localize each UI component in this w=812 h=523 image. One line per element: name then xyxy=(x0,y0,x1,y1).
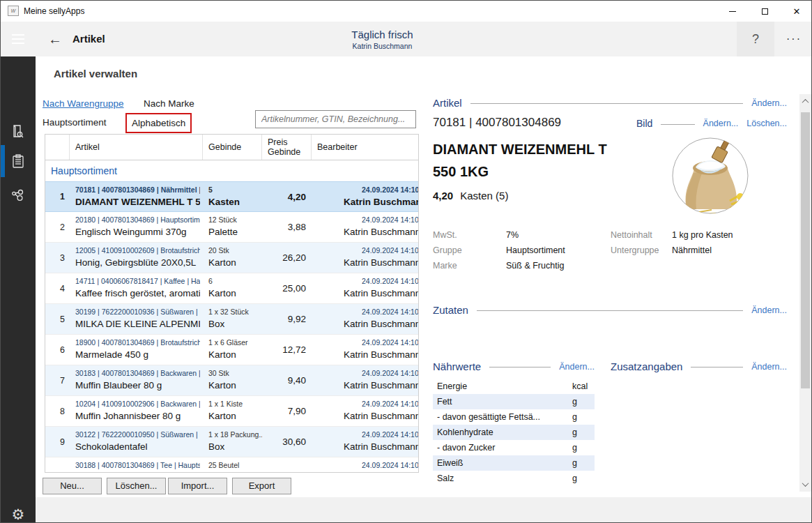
sidebar-item-share[interactable] xyxy=(1,179,36,211)
scrollbar-thumb[interactable] xyxy=(801,112,810,388)
table-row[interactable]: 6 18900 | 4007801304869 | Brotaufstrich … xyxy=(45,335,418,365)
table-row[interactable]: 7 30183 | 4007801304869 | Backwaren | Ha… xyxy=(45,365,418,396)
article-table: Artikel Gebinde PreisGebinde Bearbeiter … xyxy=(45,134,419,473)
col-num[interactable] xyxy=(45,135,70,160)
artikel-aendern-link[interactable]: Ändern... xyxy=(751,98,787,108)
nutrition-row: Kohlenhydrateg xyxy=(433,425,595,440)
flour-sack-image xyxy=(671,137,749,215)
logged-in-user: Katrin Buschmann xyxy=(353,42,413,50)
col-gebinde[interactable]: Gebinde xyxy=(203,135,262,160)
tab-nach-warengruppe[interactable]: Nach Warengruppe xyxy=(43,98,124,109)
table-row[interactable]: 8 10204 | 4100910002906 | Backwaren | Ha… xyxy=(45,396,418,427)
table-row[interactable]: 4 14711 | 04006067818417 | Kaffee | Haup… xyxy=(45,273,418,304)
col-preis-gebinde[interactable]: PreisGebinde xyxy=(262,135,312,160)
page-title: Artikel verwalten xyxy=(54,68,137,79)
help-button[interactable]: ? xyxy=(737,22,774,56)
article-number: 70181 | 4007801304869 xyxy=(433,116,561,130)
table-row[interactable]: 5 30199 | 7622200010936 | Süßwaren | Hau… xyxy=(45,304,418,335)
scroll-up-button[interactable] xyxy=(799,96,811,107)
article-meta: 70181 | 4007801304869 | Nährmittel | Hau… xyxy=(75,185,200,194)
scroll-down-button[interactable] xyxy=(799,478,811,490)
col-artikel[interactable]: Artikel xyxy=(70,135,203,160)
nutrition-row: - davon gesättigte Fettsä...g xyxy=(433,409,595,425)
zusatzangaben-label: Zusatzangaben xyxy=(611,361,682,372)
section-naehrwerte: Nährwerte Ändern... xyxy=(433,361,595,372)
field-label: Gruppe xyxy=(433,245,506,255)
business-name: Täglich frisch xyxy=(351,29,413,40)
zutaten-aendern-link[interactable]: Ändern... xyxy=(751,305,787,315)
tab-alphabetisch[interactable]: Alphabetisch xyxy=(132,118,185,128)
naehrwerte-label: Nährwerte xyxy=(433,361,481,372)
delete-button[interactable]: Löschen... xyxy=(107,478,166,494)
minimize-button[interactable] xyxy=(717,1,749,22)
hamburger-menu-button[interactable] xyxy=(1,22,36,56)
clipboard-icon xyxy=(10,153,26,169)
tab-hauptsortiment[interactable]: Hauptsortiment xyxy=(43,117,107,128)
account-info: Täglich frisch Katrin Buschmann xyxy=(36,22,729,56)
section-zutaten: Zutaten Ändern... xyxy=(433,304,787,316)
section-artikel-label: Artikel xyxy=(433,97,462,109)
zusatzangaben-aendern-link[interactable]: Ändern... xyxy=(751,362,787,372)
article-name: DIAMANT WEIZENMEHL T 550 1... xyxy=(75,197,200,207)
table-row[interactable]: 30188 | 4007801304869 | Tee | Hauptsorti… xyxy=(45,457,418,473)
detail-scrollbar[interactable] xyxy=(799,94,811,492)
bild-loeschen-link[interactable]: Löschen... xyxy=(746,119,787,128)
nutrition-row: - davon Zuckerg xyxy=(433,440,595,455)
bild-label: Bild xyxy=(636,118,652,129)
nutrition-table: Energiekcal Fettg - davon gesättigte Fet… xyxy=(433,379,595,486)
tab-nach-marke[interactable]: Nach Marke xyxy=(144,98,194,109)
field-value: Nährmittel xyxy=(672,245,712,255)
title-bar: w Meine sellyApps ✕ xyxy=(1,1,812,22)
field-value: Süß & Fruchtig xyxy=(506,261,564,271)
article-name-detail: DIAMANT WEIZENMEHL T 550 1KG xyxy=(433,138,622,183)
main-content: Artikel verwalten Nach Warengruppe Nach … xyxy=(36,56,812,523)
close-button[interactable]: ✕ xyxy=(781,1,812,22)
new-button[interactable]: Neu... xyxy=(43,478,102,494)
field-label: Marke xyxy=(433,261,506,271)
section-artikel: Artikel Ändern... xyxy=(433,97,787,109)
hamburger-icon xyxy=(12,34,24,36)
sidebar-item-register[interactable] xyxy=(1,115,36,147)
nav-sidebar: ⚙ xyxy=(1,56,36,523)
group-header: Hauptsortiment xyxy=(45,160,418,181)
app-window: w Meine sellyApps ✕ ← Artikel Täglich fr… xyxy=(0,0,812,523)
chevron-down-icon xyxy=(802,480,809,487)
share-network-icon xyxy=(10,187,26,204)
import-button[interactable]: Import... xyxy=(168,478,227,494)
sidebar-item-settings[interactable]: ⚙ xyxy=(1,499,36,523)
maximize-button[interactable] xyxy=(749,1,781,22)
maximize-icon xyxy=(762,8,768,15)
minimize-icon xyxy=(729,11,736,12)
section-zusatzangaben: Zusatzangaben Ändern... xyxy=(611,361,787,372)
product-image xyxy=(671,137,749,218)
nutrition-row: Salzg xyxy=(433,471,595,486)
export-button[interactable]: Export xyxy=(232,478,291,494)
app-logo-icon: w xyxy=(8,6,19,16)
search-input[interactable] xyxy=(255,110,416,128)
article-price-unit: Kasten (5) xyxy=(460,190,508,202)
field-value: Hauptsortiment xyxy=(506,245,565,255)
nutrition-row: Energiekcal xyxy=(433,379,595,394)
article-detail-panel: Artikel Ändern... 70181 | 4007801304869 … xyxy=(433,56,801,523)
document-search-icon xyxy=(10,123,26,139)
col-bearbeiter[interactable]: Bearbeiter xyxy=(312,135,418,160)
field-label: Nettoinhalt xyxy=(611,230,672,240)
table-header: Artikel Gebinde PreisGebinde Bearbeiter xyxy=(45,135,418,160)
article-price-row: 4,20Kasten (5) xyxy=(433,190,508,202)
more-options-button[interactable]: ··· xyxy=(779,22,809,56)
annotation-highlight-box: Alphabetisch xyxy=(125,113,192,133)
table-row[interactable]: 2 20180 | 4007801304869 | Hauptsortiment… xyxy=(45,212,418,243)
table-row[interactable]: 3 12005 | 4100910002609 | Brotaufstrich … xyxy=(45,243,418,273)
table-row[interactable]: 1 70181 | 4007801304869 | Nährmittel | H… xyxy=(45,181,418,212)
naehrwerte-aendern-link[interactable]: Ändern... xyxy=(559,362,595,372)
section-bild: Bild Ändern... Löschen... xyxy=(636,118,787,129)
table-row[interactable]: 9 30122 | 7622200010950 | Süßwaren | Hau… xyxy=(45,427,418,457)
field-value: 1 kg pro Kasten xyxy=(672,230,733,240)
field-label: Untergruppe xyxy=(611,245,672,255)
field-label: MwSt. xyxy=(433,230,506,240)
sidebar-item-articles[interactable] xyxy=(1,145,36,177)
gear-icon: ⚙ xyxy=(12,506,25,523)
field-value: 7% xyxy=(506,230,519,240)
window-title: Meine sellyApps xyxy=(24,6,84,16)
bild-aendern-link[interactable]: Ändern... xyxy=(703,119,739,128)
